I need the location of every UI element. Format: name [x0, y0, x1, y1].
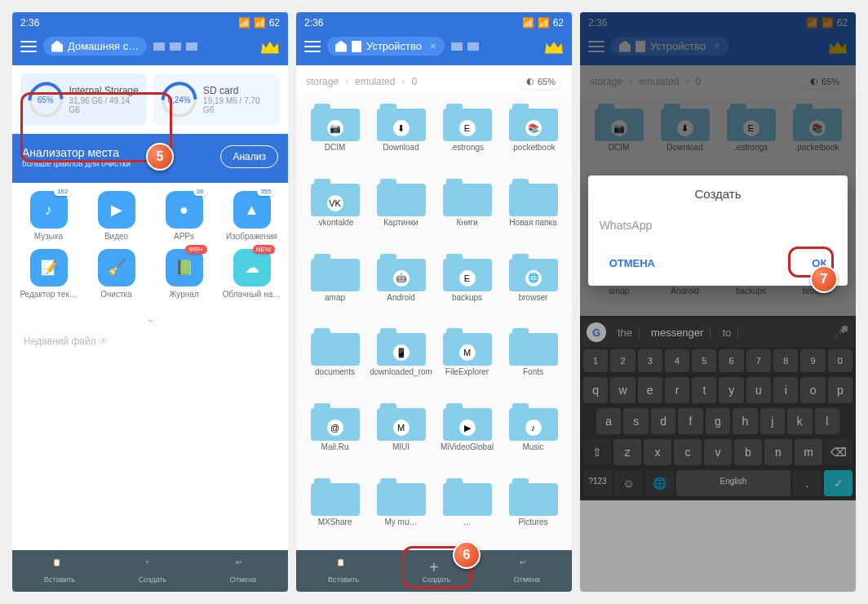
dialog-title: Создать [600, 187, 837, 201]
phone-1: 2:36 📶📶62 Домашняя с… 5 65% Internal Sto… [12, 12, 288, 592]
folder-item[interactable]: documents [303, 325, 367, 397]
cancel-button[interactable]: ↩Отмена [514, 558, 540, 584]
category-item[interactable]: ●36APPs [154, 191, 214, 241]
menu-icon[interactable] [20, 41, 37, 52]
cancel-button[interactable]: ↩Отмена [230, 558, 256, 584]
chevron-down-icon[interactable]: ⌄ [12, 307, 288, 329]
step5-badge: 5 [146, 143, 174, 171]
bottom-bar: 📋Вставить +Создать ↩Отмена [296, 550, 572, 592]
category-item[interactable]: ♪182Музыка [19, 191, 78, 241]
folder-item[interactable]: Книги [435, 175, 499, 247]
bc-item[interactable]: 0 [411, 76, 417, 87]
paste-button[interactable]: 📋Вставить [328, 558, 359, 584]
step6-badge: 6 [453, 541, 480, 569]
cancel-button[interactable]: ОТМЕНА [600, 252, 665, 274]
clock: 2:36 [20, 17, 39, 29]
paste-button[interactable]: 📋Вставить [44, 558, 75, 584]
bc-item[interactable]: storage [306, 76, 339, 87]
folder-item[interactable]: … [435, 475, 499, 547]
crown-icon[interactable] [544, 39, 564, 54]
folder-item[interactable]: My mu… [369, 475, 433, 547]
tab-icons [451, 42, 479, 51]
tab-icons [153, 42, 197, 51]
storage-ring: 65% [29, 82, 63, 118]
folder-item[interactable]: @Mail.Ru [303, 400, 367, 472]
folder-item[interactable]: 🌐browser [501, 251, 565, 322]
sdcard-card[interactable]: 0,24% SD card19,19 M6 / 7,70 G6 [153, 73, 280, 126]
folder-item[interactable]: Картинки [369, 175, 433, 247]
analyzer-title: Анализатор места [22, 146, 131, 159]
location-chip[interactable]: Устройство× [327, 37, 445, 56]
folder-item[interactable]: ⬇Download [369, 100, 433, 172]
crown-icon[interactable] [260, 39, 280, 54]
breadcrumb: storage› emulated› 0 ◐ 65% [296, 65, 572, 97]
create-button[interactable]: +Создать [139, 558, 166, 584]
status-bar: 2:36📶📶62 [296, 12, 572, 30]
storage-cards: 65% Internal Storage31,96 G6 / 49,14 G6 … [12, 65, 288, 134]
folder-item[interactable]: Fonts [501, 325, 565, 397]
category-item[interactable]: 📝Редактор тек… [19, 249, 78, 299]
folder-item[interactable]: Новая папка [501, 175, 565, 247]
menu-icon[interactable] [304, 41, 321, 52]
bc-item[interactable]: emulated [355, 76, 395, 87]
location-chip[interactable]: Домашняя с… [43, 37, 147, 56]
bottom-bar: 📋Вставить +Создать ↩Отмена [12, 550, 288, 592]
app-header: Домашняя с… [12, 30, 288, 65]
folder-item[interactable]: 📱downloaded_rom [369, 325, 433, 397]
category-item[interactable]: 📗999+Журнал [154, 249, 214, 299]
folder-item[interactable]: ▶MiVideoGlobal [435, 400, 499, 472]
folder-item[interactable]: 🤖Android [369, 251, 433, 322]
card-sub: 19,19 M6 / 7,70 G6 [203, 96, 272, 114]
step7-badge: 7 [810, 265, 838, 293]
storage-badge[interactable]: ◐ 65% [520, 73, 562, 89]
home-icon [51, 41, 63, 52]
sd-icon [352, 41, 361, 52]
folder-item[interactable]: MFileExplorer [435, 325, 499, 397]
card-sub: 31,96 G6 / 49,14 G6 [69, 96, 139, 114]
folder-item[interactable]: amap [303, 251, 367, 322]
internal-storage-card[interactable]: 65% Internal Storage31,96 G6 / 49,14 G6 [20, 73, 147, 126]
home-icon [335, 41, 347, 52]
folder-item[interactable]: VK.vkontakte [303, 175, 367, 247]
folder-item[interactable]: Ebackups [435, 251, 499, 322]
card-title: SD card [203, 85, 272, 96]
status-icons: 📶📶62 [235, 17, 280, 29]
folder-item[interactable]: ♪Music [501, 400, 565, 472]
folder-item[interactable]: 📷DCIM [303, 100, 367, 172]
analyzer-sub: больше файлов для очистки [22, 159, 131, 168]
category-item[interactable]: ☁NEWОблачный на… [222, 249, 281, 299]
create-dialog: Создать WhatsApp ОТМЕНА ОК [588, 175, 848, 286]
category-item[interactable]: 🧹Очистка [86, 249, 146, 299]
folder-item[interactable]: E.estrongs [435, 100, 499, 172]
folder-item[interactable]: 📚.pocketbook [501, 100, 565, 172]
folder-grid: 📷DCIM⬇DownloadE.estrongs📚.pocketbookVK.v… [296, 97, 572, 550]
dialog-overlay: Создать WhatsApp ОТМЕНА ОК [580, 12, 856, 592]
folder-item[interactable]: MXShare [303, 475, 367, 547]
create-button[interactable]: +Создать [423, 558, 450, 584]
recent-files: Недавний файл 👁 [12, 329, 288, 353]
storage-ring: 0,24% [162, 82, 197, 118]
folder-item[interactable]: Pictures [501, 475, 565, 547]
app-header: Устройство× [296, 30, 572, 65]
card-title: Internal Storage [69, 85, 139, 96]
dialog-input[interactable]: WhatsApp [600, 215, 837, 239]
phone-3: 2:36📶📶62 Устройство× storage›emulated›0 … [580, 12, 856, 592]
chip-label: Домашняя с… [68, 40, 139, 52]
folder-item[interactable]: MMIUI [369, 400, 433, 472]
category-grid: ♪182Музыка▶Видео●36APPs▲355Изображения📝Р… [12, 183, 288, 307]
phone-2: 2:36📶📶62 Устройство× storage› emulated› … [296, 12, 572, 592]
category-item[interactable]: ▶Видео [86, 191, 146, 241]
category-item[interactable]: ▲355Изображения [222, 191, 281, 241]
status-bar: 2:36 📶📶62 [12, 12, 288, 30]
analyze-button[interactable]: Анализ [220, 145, 278, 168]
